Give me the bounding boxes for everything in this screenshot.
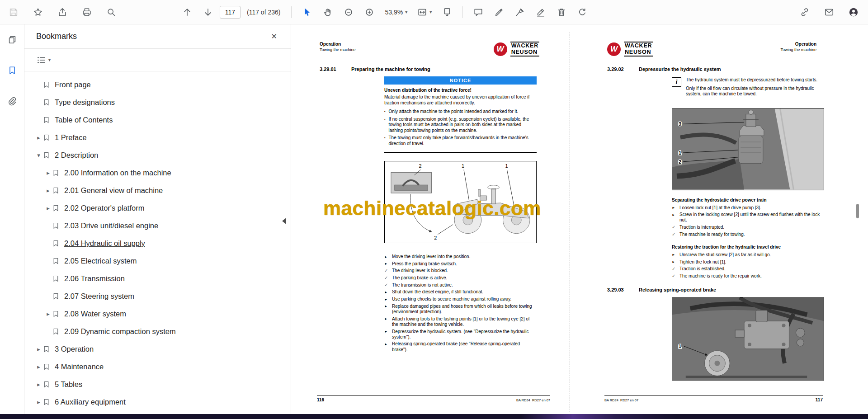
bookmark-item-2-09[interactable]: 2.09 Dynamic compaction system bbox=[24, 323, 291, 340]
bookmark-flag-icon bbox=[42, 116, 52, 124]
chevron-right-icon[interactable]: ▸ bbox=[35, 381, 42, 388]
bookmark-flag-icon bbox=[42, 151, 52, 160]
figure-label-1: 1 bbox=[679, 344, 681, 349]
email-button[interactable] bbox=[820, 3, 838, 21]
plus-circle-icon bbox=[364, 7, 374, 17]
bookmark-label: 2.06 Transmission bbox=[64, 274, 125, 283]
step-item: ✓The machine is ready for the repair wor… bbox=[672, 273, 824, 279]
bookmark-item-front-page[interactable]: Front page bbox=[24, 76, 291, 94]
bookmark-item-5-tables[interactable]: ▸5 Tables bbox=[24, 376, 291, 393]
delete-button[interactable] bbox=[552, 3, 571, 21]
page-down-button[interactable] bbox=[199, 3, 217, 21]
figure-towing-diagram: 2 1 1 2 bbox=[384, 161, 537, 243]
bookmark-item-2-00[interactable]: ▸2.00 Information on the machine bbox=[24, 164, 291, 182]
bookmark-label: 2.08 Water system bbox=[64, 310, 126, 318]
chevron-right-icon[interactable]: ▸ bbox=[44, 187, 52, 194]
attachments-tab[interactable] bbox=[4, 93, 20, 109]
page-thumbnails-tab[interactable] bbox=[4, 32, 20, 48]
bookmark-label: Type designations bbox=[55, 98, 115, 107]
page-separator bbox=[570, 32, 570, 412]
top-toolbar: (117 of 236) 53,9% ▾ ▾ bbox=[0, 0, 868, 24]
bookmark-item-6-auxiliary[interactable]: ▸6 Auxiliary equipment bbox=[24, 393, 291, 411]
brand-line1: WACKER bbox=[625, 43, 652, 49]
bookmark-item-2-04-active[interactable]: 2.04 Hydraulic oil supply bbox=[24, 235, 291, 252]
figure-label-2-bottom: 2 bbox=[434, 235, 437, 241]
zoom-level-dropdown[interactable]: 53,9% ▾ bbox=[381, 3, 411, 21]
search-icon bbox=[106, 7, 116, 17]
bookmark-label: 2.03 Drive unit/diesel engine bbox=[64, 221, 158, 230]
bookmark-item-1-preface[interactable]: ▸1 Preface bbox=[24, 129, 291, 146]
bookmarks-tab[interactable] bbox=[4, 62, 20, 79]
bookmark-item-4-maintenance[interactable]: ▸4 Maintenance bbox=[24, 358, 291, 376]
bookmark-item-2-07[interactable]: 2.07 Steering system bbox=[24, 287, 291, 305]
collapse-panel-handle[interactable] bbox=[282, 218, 286, 224]
step-arrow-icon: ► bbox=[384, 297, 389, 302]
step-item: ✓The parking brake is active. bbox=[384, 275, 537, 281]
step-item: ►Unscrew the stud screw [2] as far as it… bbox=[672, 252, 824, 258]
print-button[interactable] bbox=[78, 3, 96, 21]
close-panel-button[interactable]: ✕ bbox=[269, 30, 280, 42]
get-link-button[interactable] bbox=[796, 3, 814, 21]
sign-button[interactable] bbox=[511, 3, 529, 21]
bookmarks-list: Front page Type designations Table of Co… bbox=[24, 71, 291, 414]
account-avatar[interactable] bbox=[844, 3, 863, 21]
bookmark-item-type-designations[interactable]: Type designations bbox=[24, 94, 291, 111]
zoom-out-button[interactable] bbox=[340, 3, 358, 21]
chevron-right-icon[interactable]: ▸ bbox=[35, 134, 42, 141]
chevron-right-icon[interactable]: ▸ bbox=[35, 399, 42, 405]
chevron-down-icon: ▾ bbox=[405, 10, 407, 14]
bookmark-label: 6 Auxiliary equipment bbox=[55, 398, 126, 406]
zoom-in-button[interactable] bbox=[360, 3, 378, 21]
page-header: Operation Towing the machine bbox=[780, 42, 816, 52]
bookmark-label: 2.07 Steering system bbox=[64, 292, 134, 301]
step-item: ►Move the driving lever into the positio… bbox=[384, 254, 537, 259]
bookmark-item-2-06[interactable]: 2.06 Transmission bbox=[24, 270, 291, 287]
highlight-button[interactable] bbox=[490, 3, 508, 21]
chevron-right-icon[interactable]: ▸ bbox=[44, 169, 52, 176]
share-button[interactable] bbox=[53, 3, 71, 21]
fit-width-dropdown[interactable]: ▾ bbox=[414, 3, 435, 21]
bookmark-label: 3 Operation bbox=[55, 345, 94, 353]
chevron-right-icon[interactable]: ▸ bbox=[44, 205, 52, 212]
bookmark-item-2-05[interactable]: 2.05 Electrical system bbox=[24, 252, 291, 270]
bookmark-item-2-description[interactable]: ▾2 Description bbox=[24, 146, 291, 164]
hand-tool-button[interactable] bbox=[319, 3, 337, 21]
bookmark-item-2-01[interactable]: ▸2.01 General view of machine bbox=[24, 182, 291, 199]
figure-spring-brake-photo: 1 bbox=[672, 297, 824, 381]
save-button[interactable] bbox=[5, 3, 23, 21]
bookmark-icon bbox=[7, 66, 17, 75]
fill-sign-button[interactable] bbox=[532, 3, 550, 21]
comment-button[interactable] bbox=[469, 3, 487, 21]
figure-label-1-mid: 1 bbox=[462, 163, 464, 169]
chevron-right-icon[interactable]: ▸ bbox=[44, 311, 52, 317]
step-arrow-icon: ► bbox=[384, 316, 389, 327]
bookmark-item-2-08[interactable]: ▸2.08 Water system bbox=[24, 305, 291, 323]
scroll-mode-button[interactable] bbox=[438, 3, 456, 21]
bookmark-item-table-of-contents[interactable]: Table of Contents bbox=[24, 111, 291, 129]
toolbar-divider bbox=[462, 6, 463, 18]
page-number-input[interactable] bbox=[220, 6, 241, 19]
chevron-down-icon[interactable]: ▾ bbox=[35, 152, 42, 159]
page-header: Operation Towing the machine bbox=[320, 42, 356, 52]
vertical-scrollbar-thumb[interactable] bbox=[856, 204, 859, 218]
star-button[interactable] bbox=[29, 3, 47, 21]
page-up-button[interactable] bbox=[178, 3, 196, 21]
bookmark-options-button[interactable]: ▾ bbox=[33, 53, 53, 67]
notice-body: Material damage to the machine caused by… bbox=[384, 94, 537, 106]
search-button[interactable] bbox=[102, 3, 120, 21]
page-scroll-icon bbox=[442, 7, 452, 17]
bookmark-item-2-02[interactable]: ▸2.02 Operator's platform bbox=[24, 199, 291, 217]
bookmark-label: 2.04 Hydraulic oil supply bbox=[64, 239, 145, 248]
step-arrow-icon: ► bbox=[672, 212, 677, 223]
bullet-icon: ▪ bbox=[384, 109, 385, 115]
bookmark-item-2-03[interactable]: 2.03 Drive unit/diesel engine bbox=[24, 217, 291, 235]
rotate-button[interactable] bbox=[573, 3, 591, 21]
bookmark-label: 2.09 Dynamic compaction system bbox=[64, 327, 176, 336]
trash-icon bbox=[557, 7, 566, 17]
arrow-down-icon bbox=[203, 7, 213, 17]
brand-line2: NEUSON bbox=[511, 49, 538, 56]
chevron-right-icon[interactable]: ▸ bbox=[35, 346, 42, 353]
select-tool-button[interactable] bbox=[298, 3, 316, 21]
chevron-right-icon[interactable]: ▸ bbox=[35, 363, 42, 370]
bookmark-item-3-operation[interactable]: ▸3 Operation bbox=[24, 340, 291, 358]
